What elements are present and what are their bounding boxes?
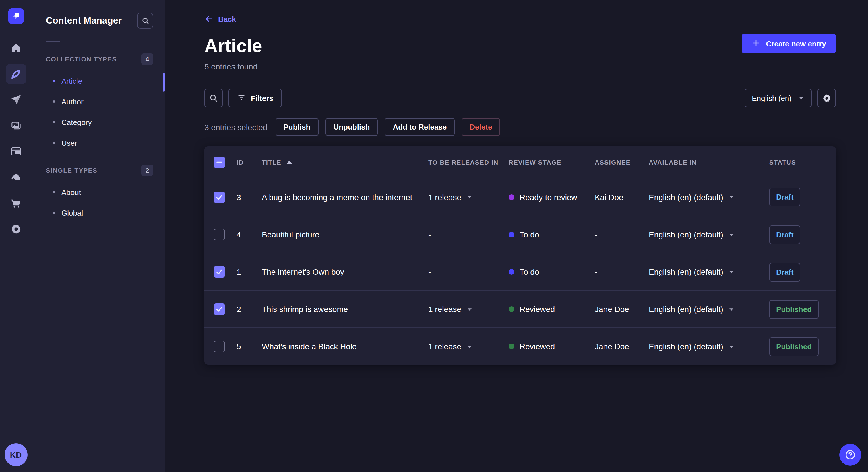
row-title: The internet's Own boy	[262, 267, 428, 276]
row-release-value: 1 release	[428, 305, 461, 314]
select-all-checkbox[interactable]	[214, 156, 225, 168]
row-assignee: Jane Doe	[595, 305, 649, 314]
row-assignee: -	[595, 267, 649, 276]
chevron-down-icon	[798, 96, 804, 100]
single-types-count-badge: 2	[141, 165, 153, 176]
sidebar-title: Content Manager	[46, 15, 122, 26]
check-icon	[215, 305, 223, 313]
sidebar-item-article[interactable]: Article	[46, 71, 153, 91]
row-locale-dropdown[interactable]: English (en) (default)	[649, 230, 769, 239]
sort-asc-icon	[286, 160, 293, 164]
sidebar-search-button[interactable]	[137, 12, 153, 29]
publish-button[interactable]: Publish	[275, 118, 318, 136]
table-row[interactable]: 5 What's inside a Black Hole 1 release R…	[205, 328, 836, 365]
column-header-id: ID	[237, 159, 262, 165]
table-body: 3 A bug is becoming a meme on the intern…	[205, 178, 836, 365]
row-locale-dropdown[interactable]: English (en) (default)	[649, 342, 769, 351]
row-checkbox[interactable]	[214, 266, 225, 278]
collection-types-count-badge: 4	[141, 53, 153, 65]
strapi-logo	[8, 8, 24, 24]
row-id: 1	[237, 267, 262, 276]
strapi-logo-icon	[11, 11, 21, 21]
filters-button[interactable]: Filters	[228, 89, 282, 107]
row-locale-value: English (en) (default)	[649, 230, 723, 239]
search-icon	[141, 16, 150, 25]
view-settings-button[interactable]	[817, 89, 836, 107]
content-type-builder-nav-button[interactable]	[5, 141, 26, 162]
sidebar-item-global[interactable]: Global	[46, 202, 153, 223]
table-row[interactable]: 3 A bug is becoming a meme on the intern…	[205, 178, 836, 216]
row-locale-dropdown[interactable]: English (en) (default)	[649, 193, 769, 202]
collection-types-label: COLLECTION TYPES	[46, 56, 117, 63]
row-checkbox[interactable]	[214, 229, 225, 240]
releases-nav-button[interactable]	[5, 90, 26, 110]
sidebar-divider	[46, 41, 60, 42]
strapi-logo-wrap[interactable]	[0, 0, 32, 32]
chevron-down-icon	[728, 307, 734, 311]
stage-dot-icon	[508, 343, 515, 349]
table-row[interactable]: 2 This shrimp is awesome 1 release Revie…	[205, 290, 836, 328]
row-checkbox[interactable]	[214, 303, 225, 315]
cloud-nav-button[interactable]	[5, 167, 26, 188]
stage-dot-icon	[508, 194, 515, 200]
sidebar-item-label: User	[61, 138, 77, 147]
create-new-entry-button[interactable]: Create new entry	[742, 34, 836, 53]
sidebar-item-user[interactable]: User	[46, 133, 153, 153]
row-checkbox[interactable]	[214, 191, 225, 203]
row-assignee: -	[595, 230, 649, 239]
table-row[interactable]: 4 Beautiful picture - To do - English (e…	[205, 216, 836, 253]
column-header-released: TO BE RELEASED IN	[428, 159, 508, 165]
help-button[interactable]	[839, 444, 861, 466]
cloud-icon	[10, 171, 22, 183]
table-row[interactable]: 1 The internet's Own boy - To do - Engli…	[205, 253, 836, 290]
chevron-down-icon	[466, 344, 472, 348]
row-release-dropdown[interactable]: 1 release	[428, 342, 508, 351]
row-review-stage-label: Reviewed	[520, 342, 555, 351]
row-release-empty: -	[428, 230, 431, 239]
status-badge: Published	[769, 337, 818, 356]
chevron-down-icon	[728, 270, 734, 274]
collection-types-section: COLLECTION TYPES 4 Article Author Catego…	[46, 52, 153, 153]
chevron-down-icon	[728, 344, 734, 348]
row-id: 3	[237, 193, 262, 202]
row-release-value: 1 release	[428, 342, 461, 351]
media-library-nav-button[interactable]	[5, 115, 26, 136]
indeterminate-dash-icon	[215, 158, 223, 166]
bullet-dot-icon	[53, 100, 55, 103]
sidebar-item-category[interactable]: Category	[46, 112, 153, 133]
content-manager-nav-button[interactable]	[5, 64, 26, 84]
search-entries-button[interactable]	[205, 89, 223, 107]
back-link[interactable]: Back	[205, 14, 236, 24]
row-review-stage: To do	[508, 230, 595, 239]
search-icon	[209, 94, 218, 103]
row-review-stage: To do	[508, 267, 595, 276]
row-checkbox[interactable]	[214, 341, 225, 352]
sidebar-item-author[interactable]: Author	[46, 91, 153, 112]
column-header-status: STATUS	[769, 159, 827, 165]
column-header-title[interactable]: TITLE	[262, 159, 428, 165]
marketplace-nav-button[interactable]	[5, 193, 26, 213]
home-nav-button[interactable]	[5, 38, 26, 59]
sidebar-item-about[interactable]: About	[46, 182, 153, 202]
row-locale-dropdown[interactable]: English (en) (default)	[649, 267, 769, 276]
column-header-title-label: TITLE	[262, 159, 281, 165]
locale-select[interactable]: English (en)	[744, 89, 812, 107]
main-content: Back Article 5 entries found Create new …	[165, 0, 868, 472]
bullet-dot-icon	[53, 80, 55, 82]
row-release-dropdown[interactable]: 1 release	[428, 305, 508, 314]
row-locale-value: English (en) (default)	[649, 342, 723, 351]
unpublish-button[interactable]: Unpublish	[325, 118, 378, 136]
status-badge: Published	[769, 300, 818, 318]
add-to-release-button[interactable]: Add to Release	[384, 118, 455, 136]
active-item-indicator	[163, 73, 165, 92]
delete-button[interactable]: Delete	[462, 118, 500, 136]
sidebar-item-label: Global	[61, 208, 83, 217]
settings-nav-button[interactable]	[5, 218, 26, 239]
plus-icon	[751, 38, 761, 49]
user-avatar[interactable]: KD	[4, 443, 27, 466]
row-locale-dropdown[interactable]: English (en) (default)	[649, 305, 769, 314]
bullet-dot-icon	[53, 142, 55, 144]
list-toolbar: Filters English (en)	[205, 89, 836, 107]
row-release-dropdown[interactable]: 1 release	[428, 193, 508, 202]
row-release-value: 1 release	[428, 193, 461, 202]
